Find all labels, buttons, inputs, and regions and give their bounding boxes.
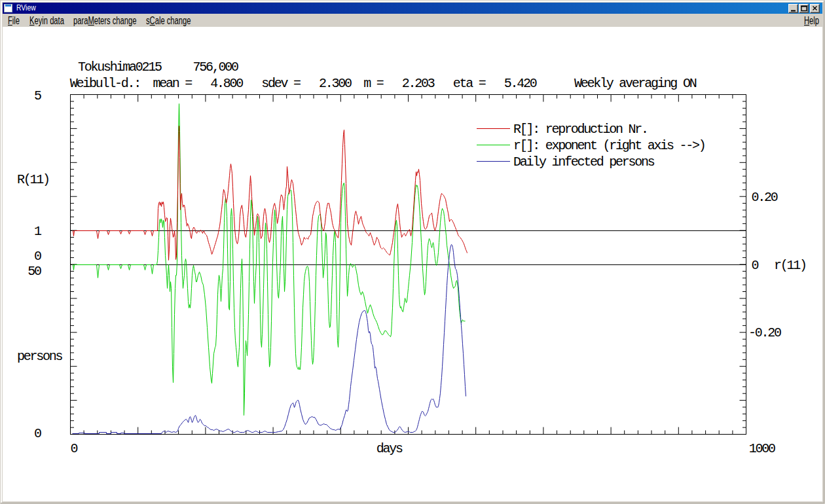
svg-text:0: 0 — [34, 249, 41, 264]
svg-text:r(11): r(11) — [774, 258, 806, 273]
svg-text:0: 0 — [34, 426, 41, 441]
svg-text:persons: persons — [17, 349, 63, 364]
svg-text:0: 0 — [71, 441, 78, 456]
svg-text:Tokushima0215 756,000: Tokushima0215 756,000 — [78, 60, 238, 75]
svg-text:1: 1 — [34, 224, 42, 239]
svg-text:Daily infected persons: Daily infected persons — [513, 154, 655, 170]
svg-text:1000: 1000 — [749, 441, 775, 456]
svg-text:Weibull-d.: mean = 4.800: Weibull-d.: mean = 4.800 sdev = 2.300 m … — [70, 76, 697, 91]
svg-text:50: 50 — [28, 264, 41, 279]
svg-text:0: 0 — [752, 258, 759, 273]
svg-text:-0.20: -0.20 — [748, 325, 781, 340]
svg-text:r[]: exponent (right axis -->): r[]: exponent (right axis -->) — [513, 138, 705, 153]
svg-text:R[]: reproduction Nr.: R[]: reproduction Nr. — [513, 122, 648, 137]
svg-text:5: 5 — [34, 88, 41, 103]
svg-text:0.20: 0.20 — [752, 190, 778, 205]
svg-text:R(11): R(11) — [17, 172, 49, 187]
svg-text:days: days — [376, 441, 403, 456]
